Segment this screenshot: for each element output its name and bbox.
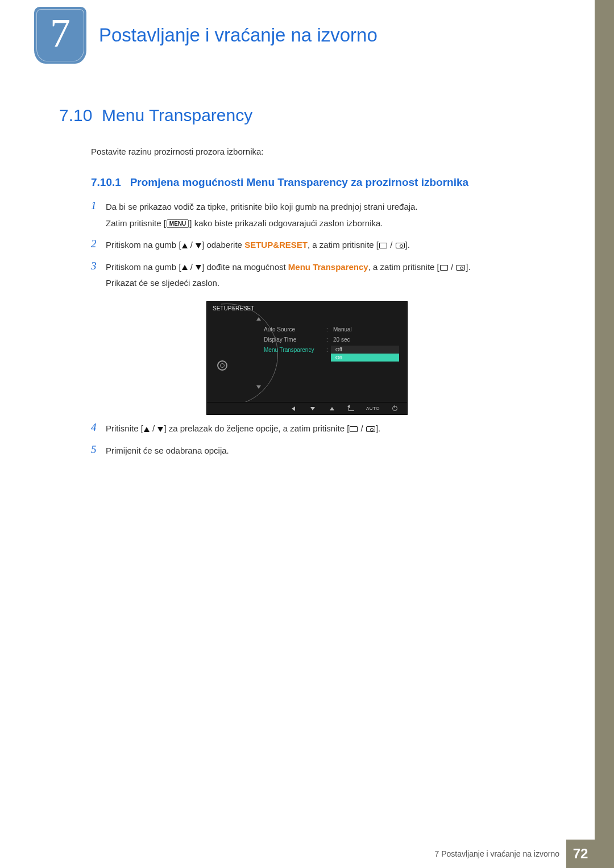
osd-label: Auto Source [264,326,326,333]
steps-list-part2: 4 Pritisnite [ / ] za prelazak do željen… [91,421,546,464]
section-heading: 7.10 Menu Transparency [59,106,252,125]
power-icon [390,406,399,412]
osd-body: Auto Source : Manual Display Time : 20 s… [207,314,407,399]
step2-end: ]. [405,240,410,250]
step-3: 3 Pritiskom na gumb [ / ] dođite na mogu… [91,259,546,292]
osd-value: Manual [333,326,352,333]
footer-chapter-ref: 7 Postavljanje i vraćanje na izvorno [435,849,559,858]
chapter-header: 7 Postavljanje i vraćanje na izvorno [34,7,377,64]
step1-line1: Da bi se prikazao vodič za tipke, pritis… [106,202,418,211]
source-icon [366,426,375,432]
up-arrow-icon [182,265,188,270]
step3-end: ]. [466,262,470,272]
step1-line2-pre: Zatim pritisnite [ [106,218,166,228]
step3-extra: Prikazat će se sljedeći zaslon. [106,278,219,288]
osd-nav-down-icon [256,385,261,389]
chapter-title: Postavljanje i vraćanje na izvorno [99,24,377,46]
footer-page-number: 72 [566,840,595,868]
step3-mid: ] dođite na mogućnost [202,262,288,272]
osd-option-on: On [331,354,399,362]
display-icon [379,243,387,248]
osd-label: Menu Transparency [264,347,326,353]
display-icon [440,265,448,271]
step-2: 2 Pritiskom na gumb [ / ] odaberite SETU… [91,237,546,254]
step3-pre: Pritiskom na gumb [ [106,262,181,272]
osd-back-icon [289,406,298,412]
osd-value: 20 sec [333,337,350,343]
intro-text: Postavite razinu prozirnosti prozora izb… [91,147,263,156]
osd-enter-icon [347,406,356,412]
chapter-number: 7 [50,10,70,57]
source-icon [456,265,465,271]
up-arrow-icon [182,243,188,248]
osd-dropdown: Off On [331,346,399,362]
step2-mid: ] odaberite [202,240,244,250]
step5-text: Primijenit će se odabrana opcija. [106,443,229,459]
step4-pre: Pritisnite [ [106,423,143,433]
side-accent-bar [595,0,614,868]
step2-pre: Pritiskom na gumb [ [106,240,181,250]
section-number: 7.10 [59,106,92,124]
step2-post: , a zatim pritisnite [ [308,240,379,250]
step1-line2-post: ] kako biste prikazali odgovarajući zasl… [189,218,383,228]
step-1: 1 Da bi se prikazao vodič za tipke, prit… [91,199,546,231]
osd-option-off: Off [331,346,399,354]
osd-label: Display Time [264,337,326,343]
down-arrow-icon [157,427,163,432]
subsection-heading: 7.10.1 Promjena mogućnosti Menu Transpar… [91,176,468,189]
step3-post: , a zatim pritisnite [ [368,262,439,272]
step3-bold: Menu Transparency [288,262,368,272]
osd-auto-label: AUTO [366,406,380,411]
step2-bold: SETUP&RESET [244,240,308,250]
osd-screenshot: SETUP&RESET Auto Source : Manual Display… [206,301,408,415]
up-arrow-icon [144,427,150,432]
menu-key-icon: MENU [167,219,189,228]
step-4: 4 Pritisnite [ / ] za prelazak do željen… [91,421,546,437]
step4-end: ]. [376,423,380,433]
osd-arc-decoration [176,304,278,406]
steps-list-part1: 1 Da bi se prikazao vodič za tipke, prit… [91,199,546,297]
osd-down-icon [308,406,317,412]
subsection-number: 7.10.1 [91,176,121,188]
down-arrow-icon [196,265,201,270]
osd-row-auto-source: Auto Source : Manual [264,326,400,333]
display-icon [350,426,358,432]
source-icon [396,243,405,248]
page-footer: 7 Postavljanje i vraćanje na izvorno 72 [0,840,595,868]
osd-footer: AUTO [207,402,407,414]
section-title: Menu Transparency [102,106,252,124]
gear-icon [217,360,227,371]
subsection-title: Promjena mogućnosti Menu Transparency za… [130,176,468,188]
osd-row-display-time: Display Time : 20 sec [264,337,400,343]
down-arrow-icon [196,243,201,248]
step4-mid: ] za prelazak do željene opcije, a zatim… [164,423,349,433]
step-5: 5 Primijenit će se odabrana opcija. [91,443,546,459]
chapter-badge: 7 [34,7,86,64]
osd-up-icon [327,406,337,412]
osd-nav-up-icon [256,317,261,321]
